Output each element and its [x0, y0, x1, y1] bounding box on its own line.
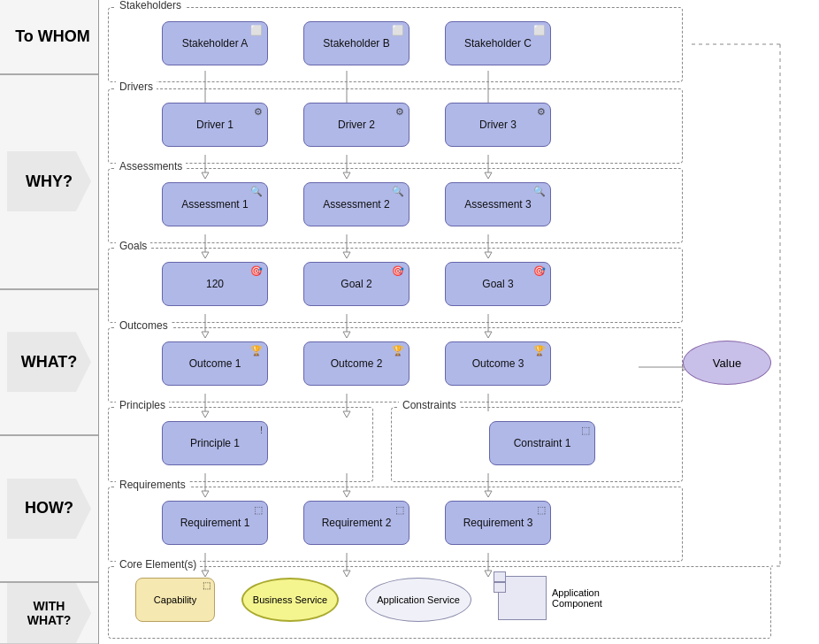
to-whom-text: To WHOM: [15, 27, 90, 46]
what-arrow: WHAT?: [7, 332, 91, 392]
outcome-3-node: 🏆 Outcome 3: [445, 341, 551, 386]
driver-1-icon: ⚙: [254, 106, 263, 118]
outcome-2-icon: 🏆: [392, 345, 404, 356]
requirements-label: Requirements: [116, 479, 189, 491]
application-component-label: Application Component: [552, 587, 602, 609]
core-elements-section: Core Element(s) ⬚ Capability Business Se…: [108, 566, 771, 639]
stakeholder-a-node: ⬜ Stakeholder A: [162, 21, 268, 65]
principle-1-node: ! Principle 1: [162, 421, 268, 465]
requirement-2-node: ⬚ Requirement 2: [303, 501, 410, 545]
stakeholder-a-label: Stakeholder A: [182, 37, 249, 50]
core-elements-label: Core Element(s): [116, 558, 200, 571]
goal-3-icon: 🎯: [533, 265, 546, 277]
capability-legend: ⬚ Capability: [135, 578, 215, 622]
constraints-label: Constraints: [399, 399, 460, 411]
outcome-2-node: 🏆 Outcome 2: [303, 341, 410, 386]
outcome-1-icon: 🏆: [250, 345, 263, 356]
goal-3-label: Goal 3: [482, 278, 513, 290]
stakeholder-c-label: Stakeholder C: [464, 37, 532, 50]
driver-2-node: ⚙ Driver 2: [303, 103, 410, 147]
right-content: Stakeholders ⬜ Stakeholder A ⬜ Stakehold…: [99, 0, 819, 644]
value-node: Value: [683, 341, 771, 385]
requirement-1-node: ⬚ Requirement 1: [162, 501, 268, 545]
stakeholders-label: Stakeholders: [116, 0, 185, 12]
with-what-arrow: WITH WHAT?: [7, 583, 91, 643]
requirement-3-icon: ⬚: [537, 504, 546, 516]
driver-3-node: ⚙ Driver 3: [445, 103, 551, 147]
requirement-1-icon: ⬚: [254, 504, 263, 516]
requirement-2-label: Requirement 2: [322, 517, 392, 529]
outcome-3-label: Outcome 3: [472, 357, 524, 370]
outcome-2-label: Outcome 2: [331, 357, 383, 370]
assessment-2-icon: 🔍: [392, 186, 404, 197]
constraints-section: Constraints ⬚ Constraint 1: [391, 407, 683, 482]
driver-1-label: Driver 1: [196, 119, 233, 131]
stakeholder-b-label: Stakeholder B: [323, 37, 389, 50]
requirement-3-label: Requirement 3: [463, 517, 533, 529]
stakeholders-section: Stakeholders ⬜ Stakeholder A ⬜ Stakehold…: [108, 7, 683, 82]
goal-2-node: 🎯 Goal 2: [303, 262, 410, 306]
goals-section: Goals 🎯 120 🎯 Goal 2 🎯 Goal 3: [108, 248, 683, 323]
outcome-3-icon: 🏆: [533, 345, 546, 356]
outcomes-section: Outcomes 🏆 Outcome 1 🏆 Outcome 2 🏆 Outco…: [108, 327, 683, 402]
goals-label: Goals: [116, 240, 150, 252]
label-what: WHAT?: [0, 290, 98, 436]
stakeholder-c-node: ⬜ Stakeholder C: [445, 21, 551, 65]
outcomes-label: Outcomes: [116, 319, 172, 332]
goal-1-node: 🎯 120: [162, 262, 268, 306]
business-service-label: Business Service: [253, 594, 327, 605]
goal-1-icon: 🎯: [250, 265, 263, 277]
assessment-1-label: Assessment 1: [181, 198, 248, 211]
outcome-1-label: Outcome 1: [189, 357, 241, 370]
how-arrow: HOW?: [7, 479, 91, 539]
left-labels: To WHOM WHY? WHAT? HOW? WITH WHAT?: [0, 0, 99, 644]
stakeholder-c-icon: ⬜: [533, 25, 546, 36]
label-with-what: WITH WHAT?: [0, 583, 98, 644]
driver-1-node: ⚙ Driver 1: [162, 103, 268, 147]
business-service-legend: Business Service: [241, 578, 339, 622]
constraint-1-label: Constraint 1: [514, 437, 571, 449]
constraint-1-icon: ⬚: [581, 425, 590, 436]
assessments-section: Assessments 🔍 Assessment 1 🔍 Assessment …: [108, 168, 683, 243]
what-label: WHAT?: [21, 353, 78, 372]
stakeholder-b-icon: ⬜: [392, 25, 404, 36]
assessment-2-label: Assessment 2: [323, 198, 389, 211]
value-label: Value: [713, 356, 741, 370]
driver-3-label: Driver 3: [479, 119, 517, 131]
why-label: WHY?: [26, 172, 73, 191]
principles-section: Principles ! Principle 1: [108, 407, 373, 482]
goal-1-label: 120: [206, 278, 224, 290]
driver-2-label: Driver 2: [338, 119, 375, 131]
application-service-label: Application Service: [377, 594, 460, 605]
application-component-legend: Application Component: [498, 576, 602, 620]
label-why: WHY?: [0, 75, 98, 290]
main-container: To WHOM WHY? WHAT? HOW? WITH WHAT?: [0, 0, 819, 644]
with-what-label: WITH WHAT?: [27, 599, 72, 627]
assessment-2-node: 🔍 Assessment 2: [303, 182, 410, 226]
application-service-legend: Application Service: [365, 578, 471, 622]
goal-2-icon: 🎯: [392, 265, 404, 277]
stakeholder-b-node: ⬜ Stakeholder B: [303, 21, 410, 65]
drivers-label: Drivers: [116, 80, 157, 93]
assessments-label: Assessments: [116, 160, 186, 172]
goal-2-label: Goal 2: [341, 278, 371, 290]
assessment-1-node: 🔍 Assessment 1: [162, 182, 268, 226]
principles-label: Principles: [116, 399, 169, 411]
principle-1-icon: !: [260, 425, 263, 435]
why-arrow: WHY?: [7, 151, 91, 211]
capability-label: Capability: [154, 594, 196, 605]
drivers-section: Drivers ⚙ Driver 1 ⚙ Driver 2 ⚙ Driver 3: [108, 88, 683, 164]
assessment-1-icon: 🔍: [250, 186, 263, 197]
requirement-2-icon: ⬚: [395, 504, 404, 516]
label-how: HOW?: [0, 436, 98, 583]
requirements-section: Requirements ⬚ Requirement 1 ⬚ Requireme…: [108, 487, 683, 562]
constraint-1-node: ⬚ Constraint 1: [489, 421, 595, 465]
requirement-1-label: Requirement 1: [180, 517, 250, 529]
assessment-3-label: Assessment 3: [464, 198, 531, 211]
driver-2-icon: ⚙: [395, 106, 404, 118]
how-label: HOW?: [25, 499, 73, 518]
stakeholder-a-icon: ⬜: [250, 25, 263, 36]
goal-3-node: 🎯 Goal 3: [445, 262, 551, 306]
driver-3-icon: ⚙: [537, 106, 546, 118]
label-to-whom: To WHOM: [0, 0, 98, 75]
